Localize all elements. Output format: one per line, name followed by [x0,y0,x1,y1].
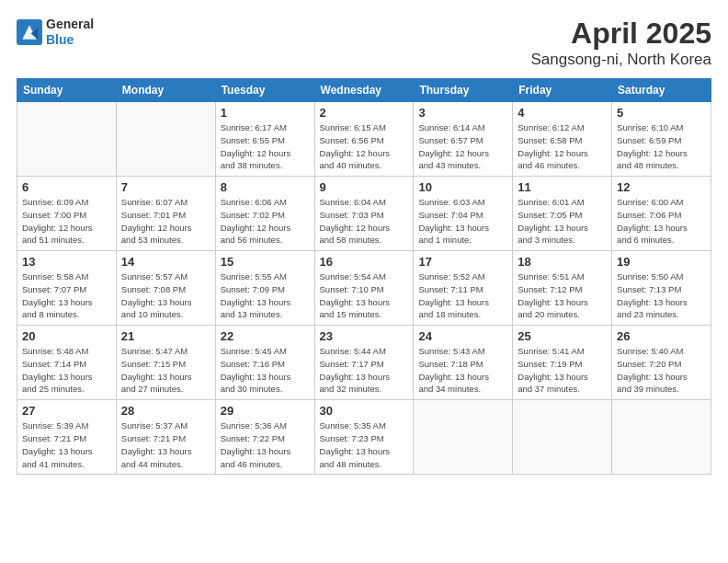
calendar-cell: 11Sunrise: 6:01 AMSunset: 7:05 PMDayligh… [513,177,612,251]
calendar-cell: 21Sunrise: 5:47 AMSunset: 7:15 PMDayligh… [116,326,215,400]
day-number: 21 [121,329,210,343]
calendar-week-row: 20Sunrise: 5:48 AMSunset: 7:14 PMDayligh… [17,326,711,400]
month-title: April 2025 [530,17,711,51]
calendar-cell: 23Sunrise: 5:44 AMSunset: 7:17 PMDayligh… [314,326,414,400]
weekday-row: SundayMondayTuesdayWednesdayThursdayFrid… [17,79,711,102]
weekday-header: Thursday [414,79,513,102]
calendar-cell: 24Sunrise: 5:43 AMSunset: 7:18 PMDayligh… [414,326,513,400]
day-info: Sunrise: 5:52 AMSunset: 7:11 PMDaylight:… [418,270,507,321]
calendar-cell: 5Sunrise: 6:10 AMSunset: 6:59 PMDaylight… [612,102,711,177]
calendar-cell: 22Sunrise: 5:45 AMSunset: 7:16 PMDayligh… [215,326,314,400]
calendar-cell: 10Sunrise: 6:03 AMSunset: 7:04 PMDayligh… [414,177,513,251]
calendar-cell: 6Sunrise: 6:09 AMSunset: 7:00 PMDaylight… [17,177,117,251]
day-info: Sunrise: 6:09 AMSunset: 7:00 PMDaylight:… [22,196,111,247]
logo-blue-label: Blue [46,32,94,48]
day-number: 24 [418,329,507,343]
day-info: Sunrise: 5:36 AMSunset: 7:22 PMDaylight:… [221,419,310,470]
day-info: Sunrise: 5:44 AMSunset: 7:17 PMDaylight:… [320,345,409,396]
day-number: 2 [320,106,409,120]
day-info: Sunrise: 5:41 AMSunset: 7:19 PMDaylight:… [518,345,607,396]
calendar-cell: 12Sunrise: 6:00 AMSunset: 7:06 PMDayligh… [612,177,711,251]
calendar-cell: 8Sunrise: 6:06 AMSunset: 7:02 PMDaylight… [215,177,314,251]
day-number: 19 [617,255,706,269]
day-info: Sunrise: 5:37 AMSunset: 7:21 PMDaylight:… [121,419,210,470]
day-info: Sunrise: 5:51 AMSunset: 7:12 PMDaylight:… [518,270,607,321]
calendar-cell: 7Sunrise: 6:07 AMSunset: 7:01 PMDaylight… [116,177,215,251]
weekday-header: Tuesday [215,79,314,102]
day-number: 22 [221,329,310,343]
calendar-cell: 18Sunrise: 5:51 AMSunset: 7:12 PMDayligh… [513,251,612,326]
calendar-cell [414,400,513,475]
calendar-cell: 25Sunrise: 5:41 AMSunset: 7:19 PMDayligh… [513,326,612,400]
header: General Blue April 2025 Sangsong-ni, Nor… [17,17,711,69]
page: General Blue April 2025 Sangsong-ni, Nor… [0,0,728,563]
day-number: 11 [518,180,607,194]
calendar-cell: 29Sunrise: 5:36 AMSunset: 7:22 PMDayligh… [215,400,314,475]
day-info: Sunrise: 5:39 AMSunset: 7:21 PMDaylight:… [22,419,111,470]
logo-text: General Blue [46,17,94,48]
day-info: Sunrise: 5:45 AMSunset: 7:16 PMDaylight:… [221,345,310,396]
calendar-cell: 13Sunrise: 5:58 AMSunset: 7:07 PMDayligh… [17,251,117,326]
day-info: Sunrise: 5:35 AMSunset: 7:23 PMDaylight:… [320,419,409,470]
day-number: 27 [22,404,111,418]
day-info: Sunrise: 5:55 AMSunset: 7:09 PMDaylight:… [221,270,310,321]
day-number: 16 [320,255,409,269]
calendar-cell: 28Sunrise: 5:37 AMSunset: 7:21 PMDayligh… [116,400,215,475]
day-info: Sunrise: 6:14 AMSunset: 6:57 PMDaylight:… [418,121,507,172]
calendar-cell: 9Sunrise: 6:04 AMSunset: 7:03 PMDaylight… [314,177,414,251]
day-number: 10 [418,180,507,194]
day-info: Sunrise: 6:06 AMSunset: 7:02 PMDaylight:… [221,196,310,247]
day-number: 6 [22,180,111,194]
calendar-header: SundayMondayTuesdayWednesdayThursdayFrid… [17,79,711,102]
day-info: Sunrise: 5:47 AMSunset: 7:15 PMDaylight:… [121,345,210,396]
calendar-cell: 26Sunrise: 5:40 AMSunset: 7:20 PMDayligh… [612,326,711,400]
day-number: 29 [221,404,310,418]
day-info: Sunrise: 6:15 AMSunset: 6:56 PMDaylight:… [320,121,409,172]
calendar-cell: 15Sunrise: 5:55 AMSunset: 7:09 PMDayligh… [215,251,314,326]
weekday-header: Friday [513,79,612,102]
day-number: 12 [617,180,706,194]
calendar-week-row: 6Sunrise: 6:09 AMSunset: 7:00 PMDaylight… [17,177,711,251]
day-info: Sunrise: 6:10 AMSunset: 6:59 PMDaylight:… [617,121,706,172]
day-number: 25 [518,329,607,343]
day-info: Sunrise: 5:57 AMSunset: 7:08 PMDaylight:… [121,270,210,321]
day-info: Sunrise: 5:54 AMSunset: 7:10 PMDaylight:… [320,270,409,321]
title-block: April 2025 Sangsong-ni, North Korea [530,17,711,69]
logo-icon [17,19,42,45]
calendar-cell [612,400,711,475]
calendar-cell: 3Sunrise: 6:14 AMSunset: 6:57 PMDaylight… [414,102,513,177]
day-info: Sunrise: 6:04 AMSunset: 7:03 PMDaylight:… [320,196,409,247]
calendar-cell: 14Sunrise: 5:57 AMSunset: 7:08 PMDayligh… [116,251,215,326]
weekday-header: Sunday [17,79,117,102]
calendar-body: 1Sunrise: 6:17 AMSunset: 6:55 PMDaylight… [17,102,711,475]
day-number: 15 [221,255,310,269]
location-title: Sangsong-ni, North Korea [530,51,711,69]
day-number: 14 [121,255,210,269]
calendar-cell: 16Sunrise: 5:54 AMSunset: 7:10 PMDayligh… [314,251,414,326]
calendar-week-row: 1Sunrise: 6:17 AMSunset: 6:55 PMDaylight… [17,102,711,177]
day-number: 8 [221,180,310,194]
calendar-cell: 19Sunrise: 5:50 AMSunset: 7:13 PMDayligh… [612,251,711,326]
calendar-table: SundayMondayTuesdayWednesdayThursdayFrid… [17,78,711,475]
calendar-cell: 4Sunrise: 6:12 AMSunset: 6:58 PMDaylight… [513,102,612,177]
day-number: 5 [617,106,706,120]
day-info: Sunrise: 6:01 AMSunset: 7:05 PMDaylight:… [518,196,607,247]
day-info: Sunrise: 6:00 AMSunset: 7:06 PMDaylight:… [617,196,706,247]
day-info: Sunrise: 5:58 AMSunset: 7:07 PMDaylight:… [22,270,111,321]
weekday-header: Wednesday [314,79,414,102]
calendar-cell: 17Sunrise: 5:52 AMSunset: 7:11 PMDayligh… [414,251,513,326]
day-info: Sunrise: 6:12 AMSunset: 6:58 PMDaylight:… [518,121,607,172]
day-info: Sunrise: 5:40 AMSunset: 7:20 PMDaylight:… [617,345,706,396]
weekday-header: Saturday [612,79,711,102]
calendar-cell: 20Sunrise: 5:48 AMSunset: 7:14 PMDayligh… [17,326,117,400]
calendar-cell: 2Sunrise: 6:15 AMSunset: 6:56 PMDaylight… [314,102,414,177]
day-number: 1 [221,106,310,120]
day-info: Sunrise: 5:48 AMSunset: 7:14 PMDaylight:… [22,345,111,396]
day-info: Sunrise: 6:17 AMSunset: 6:55 PMDaylight:… [221,121,310,172]
calendar-cell: 1Sunrise: 6:17 AMSunset: 6:55 PMDaylight… [215,102,314,177]
day-number: 17 [418,255,507,269]
day-number: 30 [320,404,409,418]
calendar-cell [17,102,117,177]
day-number: 4 [518,106,607,120]
weekday-header: Monday [116,79,215,102]
